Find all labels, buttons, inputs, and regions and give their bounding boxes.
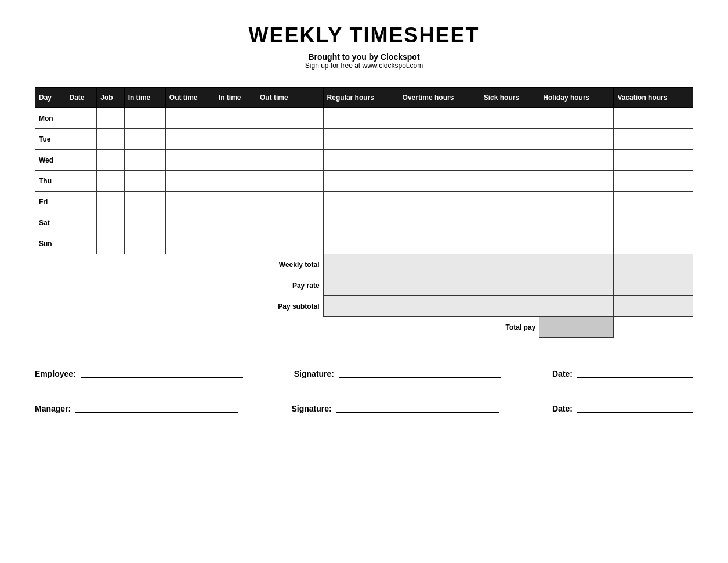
data-cell[interactable] (124, 192, 165, 212)
data-cell[interactable] (539, 212, 614, 233)
employee-date-line[interactable] (577, 367, 693, 378)
data-cell[interactable] (480, 129, 539, 150)
summary-data-cell[interactable] (614, 296, 693, 317)
data-cell[interactable] (97, 171, 124, 192)
summary-data-cell[interactable] (614, 254, 693, 275)
data-cell[interactable] (480, 171, 539, 192)
data-cell[interactable] (165, 171, 215, 192)
data-cell[interactable] (614, 192, 693, 212)
data-cell[interactable] (256, 129, 324, 150)
data-cell[interactable] (215, 150, 256, 171)
data-cell[interactable] (539, 233, 614, 254)
data-cell[interactable] (323, 233, 399, 254)
data-cell[interactable] (480, 192, 539, 212)
data-cell[interactable] (66, 233, 97, 254)
data-cell[interactable] (97, 192, 124, 212)
data-cell[interactable] (66, 212, 97, 233)
data-cell[interactable] (97, 212, 124, 233)
data-cell[interactable] (66, 192, 97, 212)
data-cell[interactable] (614, 150, 693, 171)
summary-data-cell[interactable] (539, 254, 614, 275)
data-cell[interactable] (323, 192, 399, 212)
data-cell[interactable] (215, 233, 256, 254)
data-cell[interactable] (215, 129, 256, 150)
data-cell[interactable] (480, 150, 539, 171)
data-cell[interactable] (165, 192, 215, 212)
data-cell[interactable] (165, 212, 215, 233)
manager-date-line[interactable] (577, 402, 693, 413)
data-cell[interactable] (165, 150, 215, 171)
data-cell[interactable] (399, 212, 480, 233)
data-cell[interactable] (97, 150, 124, 171)
data-cell[interactable] (124, 212, 165, 233)
total-pay-value-cell[interactable] (539, 317, 614, 338)
data-cell[interactable] (124, 171, 165, 192)
col-job: Job (97, 88, 124, 108)
data-cell[interactable] (97, 129, 124, 150)
summary-data-cell[interactable] (323, 254, 399, 275)
data-cell[interactable] (323, 108, 399, 129)
data-cell[interactable] (480, 233, 539, 254)
data-cell[interactable] (539, 171, 614, 192)
employee-line[interactable] (81, 367, 243, 378)
data-cell[interactable] (323, 171, 399, 192)
data-cell[interactable] (97, 233, 124, 254)
summary-data-cell[interactable] (323, 275, 399, 296)
data-cell[interactable] (539, 150, 614, 171)
employee-signature-line[interactable] (339, 367, 501, 378)
data-cell[interactable] (66, 171, 97, 192)
data-cell[interactable] (66, 108, 97, 129)
data-cell[interactable] (614, 171, 693, 192)
data-cell[interactable] (215, 171, 256, 192)
data-cell[interactable] (539, 129, 614, 150)
manager-signature-line[interactable] (336, 402, 499, 413)
summary-data-cell[interactable] (480, 254, 539, 275)
data-cell[interactable] (256, 233, 324, 254)
data-cell[interactable] (124, 108, 165, 129)
data-cell[interactable] (399, 129, 480, 150)
data-cell[interactable] (323, 212, 399, 233)
data-cell[interactable] (399, 150, 480, 171)
data-cell[interactable] (66, 129, 97, 150)
data-cell[interactable] (323, 150, 399, 171)
data-cell[interactable] (66, 150, 97, 171)
data-cell[interactable] (256, 171, 324, 192)
data-cell[interactable] (323, 129, 399, 150)
data-cell[interactable] (539, 108, 614, 129)
summary-data-cell[interactable] (480, 296, 539, 317)
summary-data-cell[interactable] (399, 275, 480, 296)
data-cell[interactable] (399, 192, 480, 212)
summary-data-cell[interactable] (539, 275, 614, 296)
data-cell[interactable] (256, 150, 324, 171)
summary-data-cell[interactable] (480, 275, 539, 296)
data-cell[interactable] (614, 233, 693, 254)
summary-data-cell[interactable] (539, 296, 614, 317)
data-cell[interactable] (399, 171, 480, 192)
data-cell[interactable] (256, 192, 324, 212)
data-cell[interactable] (165, 108, 215, 129)
data-cell[interactable] (165, 129, 215, 150)
summary-data-cell[interactable] (323, 296, 399, 317)
data-cell[interactable] (614, 212, 693, 233)
data-cell[interactable] (215, 212, 256, 233)
data-cell[interactable] (614, 129, 693, 150)
data-cell[interactable] (124, 150, 165, 171)
data-cell[interactable] (215, 108, 256, 129)
data-cell[interactable] (124, 233, 165, 254)
data-cell[interactable] (399, 108, 480, 129)
data-cell[interactable] (399, 233, 480, 254)
data-cell[interactable] (165, 233, 215, 254)
data-cell[interactable] (614, 108, 693, 129)
data-cell[interactable] (256, 108, 324, 129)
summary-data-cell[interactable] (399, 254, 480, 275)
data-cell[interactable] (256, 212, 324, 233)
data-cell[interactable] (124, 129, 165, 150)
data-cell[interactable] (215, 192, 256, 212)
summary-data-cell[interactable] (399, 296, 480, 317)
data-cell[interactable] (97, 108, 124, 129)
data-cell[interactable] (539, 192, 614, 212)
manager-line[interactable] (75, 402, 238, 413)
data-cell[interactable] (480, 212, 539, 233)
summary-data-cell[interactable] (614, 275, 693, 296)
data-cell[interactable] (480, 108, 539, 129)
